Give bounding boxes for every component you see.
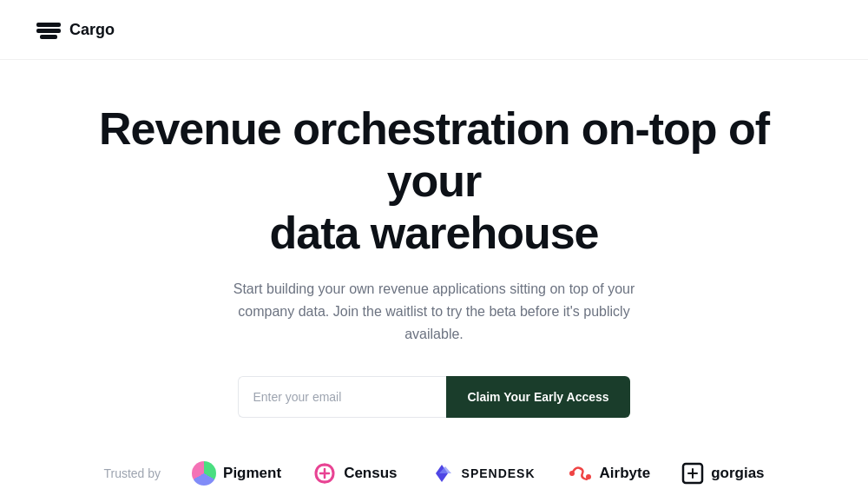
email-form: Claim Your Early Access [238,376,629,418]
hero-section: Revenue orchestration on-top of your dat… [0,60,868,489]
svg-point-6 [586,474,591,479]
cta-button[interactable]: Claim Your Early Access [446,376,629,418]
spendesk-icon [429,461,455,486]
logo-text: Cargo [69,21,115,39]
spendesk-label: SPENDESK [462,466,536,480]
brand-airbyte: Airbyte [567,461,651,486]
gorgias-label: gorgias [711,465,764,482]
brand-pigment: Pigment [192,461,281,486]
svg-point-5 [569,471,575,476]
pigment-icon [192,461,216,486]
gorgias-icon [681,462,704,485]
cargo-logo-icon [35,16,62,43]
svg-rect-0 [36,23,61,27]
email-input[interactable] [238,376,446,418]
census-label: Census [344,465,397,482]
brand-spendesk: SPENDESK [429,461,536,486]
svg-rect-2 [40,35,57,39]
navbar: Cargo [0,0,868,60]
trusted-by-section: Trusted by Pigment Census [69,461,799,486]
trusted-label: Trusted by [103,466,161,480]
svg-rect-1 [36,29,61,33]
hero-title: Revenue orchestration on-top of your dat… [95,103,773,259]
airbyte-icon [567,461,593,486]
logos-row: Pigment Census SPENDESK [192,461,765,486]
logo[interactable]: Cargo [35,16,115,43]
brand-census: Census [312,461,397,486]
pigment-label: Pigment [223,465,281,482]
airbyte-label: Airbyte [600,465,651,482]
brand-gorgias: gorgias [681,462,764,485]
census-icon [312,461,337,486]
hero-subtitle: Start building your own revenue applicat… [208,278,660,345]
